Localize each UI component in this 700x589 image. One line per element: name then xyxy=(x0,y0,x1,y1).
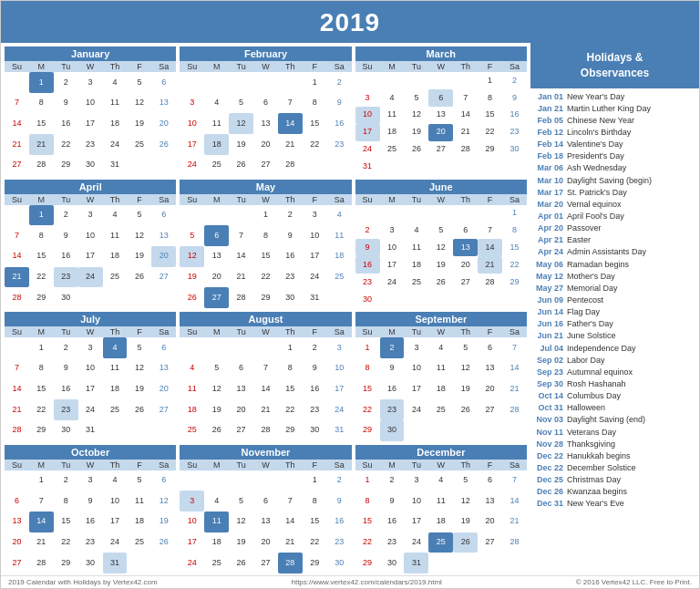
footer-left: 2019 Calendar with Holidays by Vertex42.… xyxy=(8,578,158,586)
holiday-date: Jan 21 xyxy=(534,103,563,114)
list-item: Dec 22December Solstice xyxy=(534,462,695,473)
table-row: 24252627282930 xyxy=(180,553,351,574)
table-row: 10111213141516 xyxy=(355,107,527,124)
table-row: 17181920212223 xyxy=(355,124,527,141)
table-row: 3456789 xyxy=(355,89,527,107)
table-row: 6789101112 xyxy=(5,491,176,512)
holiday-date: Jan 01 xyxy=(534,91,563,102)
holiday-date: Dec 31 xyxy=(534,498,563,509)
dow-f: F xyxy=(127,61,151,72)
table-row: 2425262728 xyxy=(180,155,351,176)
holiday-name: Pentecost xyxy=(567,294,695,305)
table-row: 1 xyxy=(355,205,527,222)
holiday-date: Sep 23 xyxy=(534,367,563,377)
footer-right: © 2016 Vertex42 LLC. Free to Print. xyxy=(576,578,692,586)
month-title-may: May xyxy=(180,180,351,194)
cal-table-july: SuMTuWThFSa 123456 78910111213 141516171… xyxy=(5,326,176,441)
list-item: Sep 02Labor Day xyxy=(534,355,695,366)
holiday-date: Jun 14 xyxy=(534,306,563,317)
table-row: 10111213141516 xyxy=(180,512,351,532)
table-row: 1 2 3 4 5 6 xyxy=(5,72,176,93)
app-container: 2019 January Su M Tu W Th F xyxy=(0,0,700,589)
table-row: 31 xyxy=(355,159,527,176)
table-row: 19202122232425 xyxy=(180,267,351,288)
holiday-name: Lincoln's Birthday xyxy=(567,127,695,138)
table-row: 2345678 xyxy=(355,222,527,239)
table-row: 3456789 xyxy=(180,491,351,512)
holiday-date: Sep 30 xyxy=(534,378,563,389)
holiday-date: Mar 10 xyxy=(534,175,563,186)
year-title: 2019 xyxy=(320,8,380,36)
table-row: 15161718192021 xyxy=(355,512,527,532)
holiday-name: Veterans Day xyxy=(567,427,695,438)
dow-su: Su xyxy=(5,61,29,72)
holiday-date: Apr 20 xyxy=(534,222,563,233)
table-row: 78910111213 xyxy=(5,358,176,379)
list-item: Jul 04Independence Day xyxy=(534,343,695,354)
table-row: 23242526272829 xyxy=(355,274,527,291)
table-row: 16171819202122 xyxy=(355,256,527,274)
table-row: 567891011 xyxy=(180,225,351,246)
list-item: Jun 21June Solstice xyxy=(534,330,695,341)
holiday-date: Dec 22 xyxy=(534,462,563,473)
cal-table-december: SuMTuWThFSa 1234567 891011121314 1516171… xyxy=(355,460,527,574)
month-title-december: December xyxy=(355,445,527,460)
holiday-name: Ramadan begins xyxy=(567,259,695,270)
table-row: 262728293031 xyxy=(180,287,351,308)
month-title-september: September xyxy=(355,312,527,326)
list-item: Mar 06Ash Wednesday xyxy=(534,162,695,173)
holiday-date: Mar 06 xyxy=(534,162,563,173)
month-july: July SuMTuWThFSa 123456 78910111213 1415… xyxy=(5,312,176,441)
table-row: 123 xyxy=(180,337,351,358)
cal-table-november: SuMTuWThFSa 12 3456789 10111213141516 xyxy=(180,460,351,574)
month-title-november: November xyxy=(180,445,351,460)
holiday-name: Labor Day xyxy=(567,355,695,366)
calendar-row-1: January Su M Tu W Th F Sa xyxy=(5,46,527,176)
table-row: 21222324252627 xyxy=(5,399,176,420)
list-item: Sep 30Rosh Hashanah xyxy=(534,378,695,389)
cal-table-august: SuMTuWThFSa 123 45678910 11121314151617 xyxy=(180,326,351,441)
month-title-march: March xyxy=(355,46,527,61)
table-row: 123456 xyxy=(5,337,176,358)
table-row: 17181920212223 xyxy=(180,532,351,553)
table-row: 14151617181920 xyxy=(5,246,176,267)
holiday-name: Autumnal equinox xyxy=(567,367,695,377)
table-row: 15161718192021 xyxy=(355,378,527,399)
dow-sa: Sa xyxy=(151,61,176,72)
month-title-august: August xyxy=(180,312,351,326)
month-april: April SuMTuWThFSa 123456 78910111213 141… xyxy=(5,180,176,309)
list-item: Sep 23Autumnal equinox xyxy=(534,367,695,377)
holiday-date: Jun 09 xyxy=(534,294,563,305)
holiday-date: Feb 18 xyxy=(534,150,563,161)
cal-table-june: SuMTuWThFSa 1 2345678 9101112131415 xyxy=(355,194,527,309)
year-header: 2019 xyxy=(1,1,699,43)
month-november: November SuMTuWThFSa 12 3456789 10111213… xyxy=(180,445,351,574)
table-row: 21222324252627 xyxy=(5,267,176,288)
holiday-name: Martin Luther King Day xyxy=(567,103,695,114)
holiday-name: Mother's Day xyxy=(567,271,695,282)
table-row: 30 xyxy=(355,291,527,308)
holiday-name: Memorial Day xyxy=(567,283,695,294)
list-item: Mar 10Daylight Saving (begin) xyxy=(534,175,695,186)
table-row: 123456 xyxy=(5,205,176,226)
holiday-name: Admin Assistants Day xyxy=(567,246,695,257)
month-february: February SuMTuWThFSa 12 3456789 xyxy=(180,46,351,176)
holiday-name: Father's Day xyxy=(567,318,695,329)
table-row: 10111213141516 xyxy=(180,113,351,134)
list-item: Dec 22Hanukkah begins xyxy=(534,450,695,461)
holiday-date: Dec 26 xyxy=(534,486,563,497)
table-row: 13141516171819 xyxy=(5,512,176,532)
list-item: Jan 01New Year's Day xyxy=(534,91,695,102)
holiday-name: Valentine's Day xyxy=(567,139,695,150)
month-december: December SuMTuWThFSa 1234567 89101112131… xyxy=(355,445,527,574)
table-row: 282930 xyxy=(5,287,176,308)
month-october: October SuMTuWThFSa 123456 6789101112 13… xyxy=(5,445,176,574)
table-row: 12131415161718 xyxy=(180,246,351,267)
calendar-row-3: July SuMTuWThFSa 123456 78910111213 1415… xyxy=(5,312,527,441)
holiday-date: May 06 xyxy=(534,259,563,270)
holiday-name: Chinese New Year xyxy=(567,115,695,126)
month-september: September SuMTuWThFSa 1234567 8910111213… xyxy=(355,312,527,441)
month-may: May SuMTuWThFSa 1234 567891011 121314151… xyxy=(180,180,351,309)
list-item: Apr 24Admin Assistants Day xyxy=(534,246,695,257)
table-row: 891011121314 xyxy=(355,358,527,379)
